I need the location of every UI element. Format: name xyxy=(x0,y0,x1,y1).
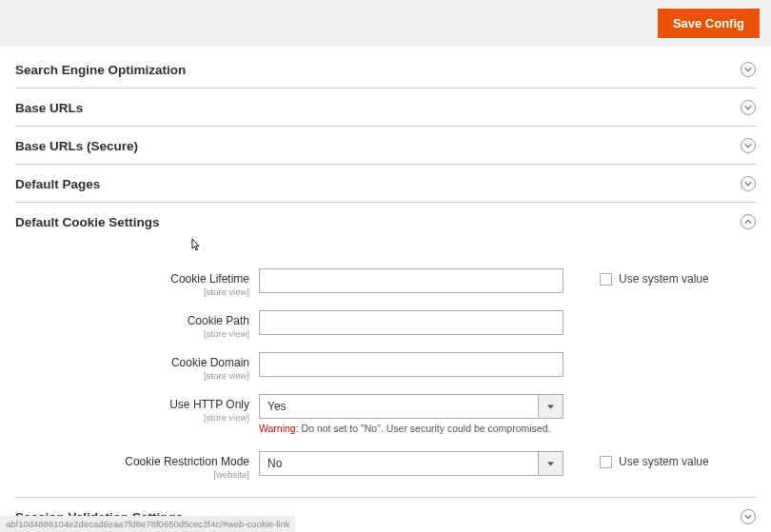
section-title: Default Pages xyxy=(15,177,100,191)
default-cookie-body: Cookie Lifetime [store view] Use system … xyxy=(15,240,756,498)
cookie-domain-input[interactable] xyxy=(259,352,563,377)
section-seo[interactable]: Search Engine Optimization xyxy=(15,50,756,89)
section-base-urls-secure[interactable]: Base URLs (Secure) xyxy=(15,127,756,165)
caret-down-icon xyxy=(539,394,563,419)
chevron-down-icon xyxy=(741,176,756,191)
save-config-button[interactable]: Save Config xyxy=(658,9,760,38)
section-default-cookie[interactable]: Default Cookie Settings xyxy=(15,203,756,240)
section-title: Base URLs xyxy=(15,101,83,115)
row-cookie-lifetime: Cookie Lifetime [store view] Use system … xyxy=(15,268,756,297)
use-http-only-select[interactable]: Yes xyxy=(259,394,563,419)
row-cookie-path: Cookie Path [store view] xyxy=(15,310,756,339)
chevron-down-icon xyxy=(741,138,756,153)
scope-label: [store view] xyxy=(15,328,249,339)
cookie-lifetime-input[interactable] xyxy=(259,268,563,293)
use-system-checkbox[interactable] xyxy=(600,456,612,468)
field-label: Cookie Domain xyxy=(171,356,249,369)
warning-note: Warning: Do not set to "No". User securi… xyxy=(259,423,563,434)
section-title: Search Engine Optimization xyxy=(15,63,186,77)
chevron-up-icon xyxy=(741,214,756,229)
chevron-down-icon xyxy=(741,100,756,115)
field-label: Cookie Restriction Mode xyxy=(125,455,249,468)
scope-label: [store view] xyxy=(15,412,249,423)
row-cookie-restriction: Cookie Restriction Mode [website] No Use… xyxy=(15,451,756,480)
use-system-label: Use system value xyxy=(619,455,709,468)
scope-label: [website] xyxy=(15,469,249,480)
chevron-down-icon xyxy=(741,62,756,77)
section-default-pages[interactable]: Default Pages xyxy=(15,165,756,203)
caret-down-icon xyxy=(539,451,563,476)
cursor-pointer-icon xyxy=(189,238,203,256)
select-value: No xyxy=(259,451,539,476)
select-value: Yes xyxy=(259,394,539,419)
scope-label: [store view] xyxy=(15,286,249,297)
status-bar-url: abf10d4886104e2decad6eaa7fd6e78f0650d5ce… xyxy=(0,516,295,532)
row-use-http-only: Use HTTP Only [store view] Yes Warning: … xyxy=(15,394,756,434)
chevron-down-icon xyxy=(741,509,756,524)
cookie-restriction-select[interactable]: No xyxy=(259,451,563,476)
config-sections: Search Engine Optimization Base URLs Bas… xyxy=(0,50,771,532)
scope-label: [store view] xyxy=(15,370,249,381)
cookie-path-input[interactable] xyxy=(259,310,563,335)
section-title: Default Cookie Settings xyxy=(15,215,160,229)
field-label: Use HTTP Only xyxy=(169,398,249,411)
use-system-label: Use system value xyxy=(619,272,709,286)
section-base-urls[interactable]: Base URLs xyxy=(15,89,756,127)
row-cookie-domain: Cookie Domain [store view] xyxy=(15,352,756,381)
section-title: Base URLs (Secure) xyxy=(15,139,138,153)
use-system-checkbox[interactable] xyxy=(600,273,612,286)
top-toolbar: Save Config xyxy=(0,0,771,47)
field-label: Cookie Path xyxy=(188,314,249,327)
field-label: Cookie Lifetime xyxy=(170,272,249,286)
